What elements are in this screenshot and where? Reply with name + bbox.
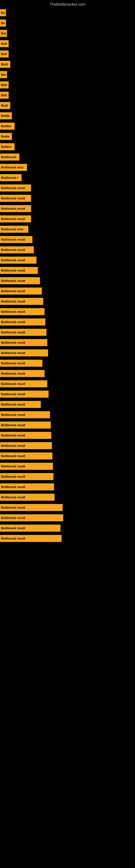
result-bar: Bottleneck result xyxy=(0,514,63,521)
bar-row: Bottleneck result xyxy=(0,255,135,265)
result-bar: Bottleneck result xyxy=(0,360,42,367)
result-bar: Bottl xyxy=(0,61,10,68)
result-bar: Bottleneck result xyxy=(0,494,54,501)
bar-row: Bottleneck result xyxy=(0,193,135,204)
bar-row: Bottleneck result xyxy=(0,379,135,389)
bar-label: Bottleneck result xyxy=(1,516,25,520)
bar-label: Bo xyxy=(1,22,5,25)
result-bar: Bottlen xyxy=(0,143,14,150)
result-bar: Bott xyxy=(0,82,9,88)
bar-row: Bottleneck xyxy=(0,152,135,162)
bar-row: Bottleneck result xyxy=(0,307,135,317)
bar-label: Bottleneck result xyxy=(1,258,25,262)
bar-row: Bottle xyxy=(0,131,135,142)
bar-label: Bottleneck result xyxy=(1,382,25,385)
result-bar: Bottleneck result xyxy=(0,277,40,284)
bar-row: Bottl xyxy=(0,59,135,69)
result-bar: Bottleneck result xyxy=(0,318,45,326)
bar-label: Bottleneck result xyxy=(1,434,25,437)
bar-row: Bottleneck result xyxy=(0,358,135,368)
result-bar: Bot xyxy=(0,30,7,37)
bar-row: Bottleneck result xyxy=(0,533,135,544)
result-bar: Bottle xyxy=(0,112,12,119)
result-bar: Bottleneck result xyxy=(0,267,38,274)
bar-label: Bottleneck result xyxy=(1,248,25,251)
bar-label: Bottleneck resu xyxy=(1,166,24,169)
bar-label: Bottleneck result xyxy=(1,351,25,354)
bar-row: Bottleneck result xyxy=(0,430,135,440)
bar-row: Bottleneck result xyxy=(0,265,135,276)
bar-row: Bottleneck result xyxy=(0,276,135,286)
result-bar: Bottleneck result xyxy=(0,411,50,418)
bar-row: Bottleneck result xyxy=(0,337,135,348)
bar-row: Bottleneck result xyxy=(0,317,135,327)
bar-label: Bottleneck result xyxy=(1,300,25,303)
bar-label: Bottleneck result xyxy=(1,393,25,396)
bar-row: Bottleneck result xyxy=(0,389,135,399)
result-bar: Bo xyxy=(0,20,6,27)
result-bar: Bottl xyxy=(0,102,10,109)
bar-row: Bo xyxy=(0,8,135,18)
result-bar: Bottleneck result xyxy=(0,535,61,542)
result-bar: Bottleneck result xyxy=(0,195,31,202)
bar-label: Bottleneck result xyxy=(1,403,25,406)
bar-label: Bottleneck result xyxy=(1,217,25,220)
result-bar: Bott xyxy=(0,40,9,47)
bar-row: Bottleneck r xyxy=(0,173,135,183)
bar-label: Bottl xyxy=(1,104,8,107)
result-bar: Bottleneck result xyxy=(0,308,45,315)
bar-label: Bottleneck result xyxy=(1,372,25,375)
bar-row: Bottl xyxy=(0,100,135,111)
bar-row: Bottleneck result xyxy=(0,368,135,379)
bar-row: Bottleneck result xyxy=(0,214,135,224)
bar-label: Bottleneck result xyxy=(1,485,25,489)
bar-label: Bottleneck result xyxy=(1,279,25,282)
bar-row: Bottleneck result xyxy=(0,348,135,358)
bar-row: Bottleneck result xyxy=(0,502,135,513)
bar-label: Bottleneck resu xyxy=(1,227,24,231)
bar-row: Bottleneck result xyxy=(0,471,135,482)
result-bar: Bottleneck r xyxy=(0,174,21,181)
result-bar: Bottleneck result xyxy=(0,484,54,490)
bar-label: Bott xyxy=(1,83,7,87)
bar-label: Bottleneck result xyxy=(1,424,25,427)
bar-row: Bottleneck result xyxy=(0,399,135,410)
bar-row: Bottleneck result xyxy=(0,245,135,255)
bar-label: Bottle xyxy=(1,135,9,138)
bar-row: Bottleneck result xyxy=(0,513,135,523)
bars-container: BoBoBotBottBottBottlBotBottBottBottlBott… xyxy=(0,8,135,544)
result-bar: Bottleneck result xyxy=(0,246,34,253)
bar-label: Bottleneck result xyxy=(1,527,25,530)
bar-row: Bottleneck resu xyxy=(0,224,135,235)
bar-row: Bottleneck result xyxy=(0,420,135,430)
result-bar: Bottlen xyxy=(0,123,14,130)
bar-row: Bottleneck result xyxy=(0,286,135,296)
result-bar: Bottleneck resu xyxy=(0,226,28,233)
bar-label: Bottleneck result xyxy=(1,197,25,200)
bar-label: Bottleneck result xyxy=(1,444,25,447)
bar-label: Bottl xyxy=(1,63,8,66)
result-bar: Bottleneck result xyxy=(0,391,49,398)
bar-label: Bottleneck result xyxy=(1,238,25,241)
bar-row: Bottleneck result xyxy=(0,183,135,193)
result-bar: Bottleneck result xyxy=(0,453,52,460)
result-bar: Bott xyxy=(0,51,9,58)
result-bar: Bottleneck xyxy=(0,154,19,161)
bar-label: Bottleneck result xyxy=(1,454,25,458)
bar-row: Bottlen xyxy=(0,142,135,152)
bar-row: Bottleneck result xyxy=(0,451,135,461)
result-bar: Bottleneck result xyxy=(0,215,31,222)
bar-row: Bo xyxy=(0,18,135,28)
bar-row: Bottleneck result xyxy=(0,410,135,420)
bar-row: Bottleneck result xyxy=(0,235,135,245)
bar-row: Bot xyxy=(0,28,135,38)
result-bar: Bottleneck result xyxy=(0,473,53,480)
bar-label: Bottleneck result xyxy=(1,269,25,272)
bar-label: Bott xyxy=(1,52,7,56)
result-bar: Bo xyxy=(0,9,6,16)
bar-label: Bottleneck result xyxy=(1,362,25,365)
bar-label: Bottleneck result xyxy=(1,331,25,334)
bar-label: Bottleneck result xyxy=(1,320,25,323)
bar-row: Bott xyxy=(0,80,135,90)
site-title: TheBottlenecker.com xyxy=(0,0,135,8)
